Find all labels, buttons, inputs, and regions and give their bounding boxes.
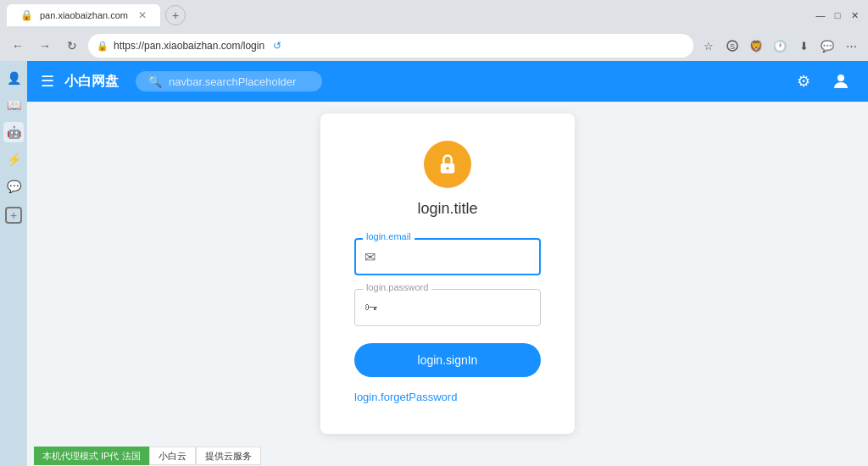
download-icon[interactable]: ⬇	[793, 36, 814, 56]
email-field-wrapper: login.email ✉	[354, 238, 541, 275]
page-content: login.title login.email ✉ login.password…	[27, 102, 868, 446]
minimize-button[interactable]: —	[814, 8, 827, 22]
sidebar-icon-chat[interactable]: 💬	[3, 176, 24, 197]
password-input[interactable]	[354, 289, 541, 326]
login-icon-circle	[424, 141, 471, 188]
account-icon[interactable]	[827, 68, 854, 95]
address-bar[interactable]: 🔒 https://pan.xiaobaizhan.com/login ↺	[88, 34, 693, 58]
sidebar-icon-reading[interactable]: 📖	[3, 95, 24, 115]
url-text: https://pan.xiaobaizhan.com/login	[114, 40, 264, 52]
bookmark-star-icon[interactable]: ☆	[698, 36, 719, 56]
login-title: login.title	[417, 200, 477, 218]
browser-titlebar: 🔒 pan.xiaobaizhan.com ✕ + — □ ✕	[0, 0, 868, 31]
browser-nav-bar: ← → ↻ 🔒 https://pan.xiaobaizhan.com/logi…	[0, 31, 868, 61]
sidebar-icon-profile[interactable]: 👤	[3, 68, 24, 88]
new-tab-button[interactable]: +	[165, 5, 186, 25]
tab-title: pan.xiaobaizhan.com	[40, 10, 128, 20]
navbar-right: ⚙	[790, 68, 854, 95]
tab-close[interactable]: ✕	[138, 9, 147, 21]
status-brand-text: 小白云	[159, 450, 186, 463]
forget-password-link[interactable]: login.forgetPassword	[354, 391, 457, 403]
svg-point-4	[446, 167, 449, 170]
window-controls: — □ ✕	[814, 8, 861, 22]
refresh-button[interactable]: ↻	[61, 35, 83, 57]
refresh-small-icon: ↺	[273, 40, 281, 52]
maximize-button[interactable]: □	[831, 8, 844, 22]
sidebar-icon-ai[interactable]: 🤖	[3, 122, 24, 142]
password-label: login.password	[363, 282, 431, 292]
browser-chrome: 🔒 pan.xiaobaizhan.com ✕ + — □ ✕ ← → ↻ 🔒 …	[0, 0, 868, 61]
brave-lion-icon[interactable]: 🦁	[746, 36, 766, 56]
signin-button[interactable]: login.signIn	[354, 343, 541, 377]
sidebar-add-button[interactable]: +	[5, 207, 22, 224]
hamburger-menu-icon[interactable]: ☰	[41, 72, 54, 91]
more-menu-icon[interactable]: ⋯	[841, 36, 861, 56]
login-form: login.email ✉ login.password 🗝 login.sig…	[354, 238, 541, 403]
history-icon[interactable]: 🕐	[770, 36, 790, 56]
status-item-brand: 小白云	[149, 447, 196, 465]
wechat-icon[interactable]: 💬	[817, 36, 837, 56]
search-input[interactable]	[169, 75, 304, 88]
email-input[interactable]	[354, 238, 541, 275]
status-item-proxy: 本机代理模式 IP代 法国	[34, 447, 149, 465]
browser-ext1-icon[interactable]: S	[722, 36, 743, 56]
browser-tab[interactable]: 🔒 pan.xiaobaizhan.com ✕	[7, 4, 160, 26]
svg-point-2	[837, 75, 844, 81]
sidebar-icon-wallet[interactable]: ⚡	[3, 149, 24, 169]
ssl-lock-icon: 🔒	[97, 41, 108, 52]
nav-actions: ☆ S 🦁 🕐 ⬇ 💬 ⋯	[698, 36, 861, 56]
webpage: ☰ 小白网盘 🔍 ⚙	[27, 61, 868, 466]
browser-sidebar: 👤 📖 🤖 ⚡ 💬 +	[0, 61, 27, 466]
status-proxy-text: 本机代理模式 IP代 法国	[42, 450, 141, 463]
back-button[interactable]: ←	[7, 35, 29, 57]
search-bar[interactable]: 🔍	[136, 71, 322, 92]
close-button[interactable]: ✕	[848, 8, 861, 22]
svg-text:S: S	[730, 42, 735, 51]
password-field-wrapper: login.password 🗝	[354, 289, 541, 326]
status-item-service: 提供云服务	[196, 447, 261, 465]
forward-button[interactable]: →	[34, 35, 56, 57]
status-service-text: 提供云服务	[205, 450, 252, 463]
login-card: login.title login.email ✉ login.password…	[320, 114, 575, 434]
email-label: login.email	[363, 231, 415, 241]
status-bar: 本机代理模式 IP代 法国 小白云 提供云服务	[27, 446, 868, 466]
app-navbar: ☰ 小白网盘 🔍 ⚙	[27, 61, 868, 102]
lock-icon	[436, 153, 459, 176]
settings-icon[interactable]: ⚙	[790, 68, 817, 95]
search-icon: 🔍	[147, 75, 162, 88]
browser-content: 👤 📖 🤖 ⚡ 💬 + ☰ 小白网盘 🔍 ⚙	[0, 61, 868, 466]
tab-icon: 🔒	[20, 9, 33, 21]
app-logo: 小白网盘	[64, 73, 119, 91]
